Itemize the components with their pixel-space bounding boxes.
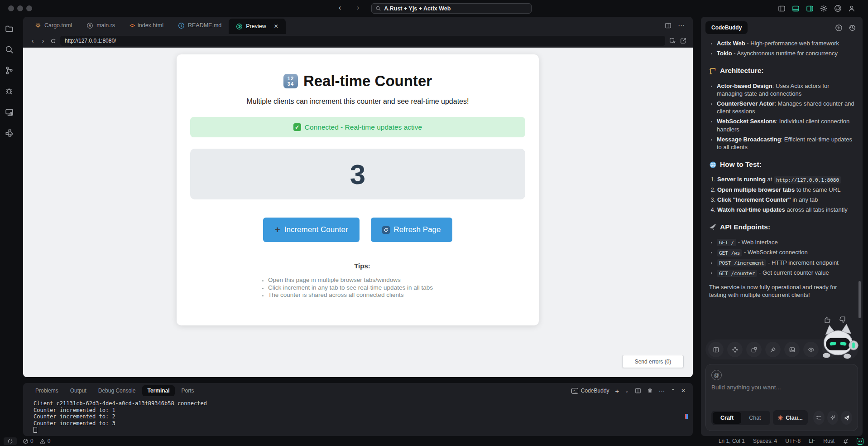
- mode-chat-button[interactable]: Chat: [741, 412, 768, 424]
- reload-icon[interactable]: [50, 38, 56, 44]
- task-list-icon[interactable]: [813, 411, 825, 425]
- eol-indicator[interactable]: LF: [809, 438, 815, 444]
- explorer-icon[interactable]: [5, 24, 14, 33]
- svg-text:i: i: [181, 23, 182, 28]
- command-center-search[interactable]: [371, 3, 532, 14]
- search-sidebar-icon[interactable]: [5, 45, 14, 54]
- mode-craft-button[interactable]: Craft: [713, 412, 741, 424]
- title-bar: ‹ ›: [0, 0, 868, 17]
- url-field[interactable]: http://127.0.0.1:8080/: [60, 36, 665, 46]
- new-chat-icon[interactable]: [835, 24, 843, 32]
- window-close-button[interactable]: [8, 5, 14, 11]
- chat-session-tab[interactable]: CodeBuddy: [705, 21, 748, 34]
- tab-main-rs[interactable]: R main.rs: [79, 17, 122, 34]
- close-panel-icon[interactable]: ✕: [681, 388, 686, 394]
- chat-input[interactable]: [711, 384, 852, 402]
- send-icon[interactable]: [841, 411, 852, 425]
- codebuddy-status-icon[interactable]: [857, 438, 863, 445]
- search-input[interactable]: [384, 5, 528, 12]
- tab-output[interactable]: Output: [65, 385, 91, 396]
- blocks-icon[interactable]: [746, 342, 762, 357]
- refresh-page-button[interactable]: Refresh Page: [371, 218, 452, 242]
- history-forward-button[interactable]: ›: [357, 4, 359, 12]
- plug-icon[interactable]: [765, 342, 781, 357]
- search-icon: [375, 5, 381, 11]
- source-control-icon[interactable]: [5, 66, 14, 75]
- eye-icon[interactable]: [803, 342, 819, 357]
- send-errors-button[interactable]: Send errors (0): [622, 355, 684, 368]
- run-debug-icon[interactable]: [5, 87, 14, 96]
- extensions-icon[interactable]: [5, 128, 14, 137]
- editor-more-actions-icon[interactable]: ⋯: [678, 21, 685, 29]
- remote-explorer-icon[interactable]: [5, 107, 14, 116]
- layout-panel-icon[interactable]: [792, 5, 800, 12]
- list-item: Server is running at http://127.0.0.1:80…: [717, 175, 855, 184]
- open-external-icon[interactable]: [680, 38, 686, 44]
- line-col-indicator[interactable]: Ln 1, Col 1: [719, 438, 745, 444]
- maximize-panel-icon[interactable]: ⌃: [671, 388, 675, 394]
- tab-problems[interactable]: Problems: [30, 385, 63, 396]
- how-to-test-heading: How to Test:: [709, 160, 855, 169]
- tab-close-icon[interactable]: ✕: [274, 23, 278, 29]
- tab-ports[interactable]: Ports: [177, 385, 199, 396]
- preview-back-icon[interactable]: ‹: [29, 37, 36, 44]
- dots-icon[interactable]: [727, 342, 743, 357]
- tab-label: README.md: [188, 22, 221, 29]
- list-item: CounterServer Actor: Manages shared coun…: [717, 100, 855, 115]
- history-icon[interactable]: [849, 24, 856, 32]
- tab-label: index.html: [138, 22, 163, 29]
- image-icon[interactable]: [784, 342, 800, 357]
- api-endpoints-heading: API Endpoints:: [709, 223, 855, 232]
- terminal-line: Counter incremented to: 1: [34, 407, 693, 414]
- layout-sidebar-right-icon[interactable]: [806, 5, 814, 12]
- globe-emoji-icon: [709, 161, 717, 169]
- terminal-output[interactable]: Client c21131cb-62d3-4de4-a0cd-a13f89346…: [23, 397, 693, 433]
- tab-debug-console[interactable]: Debug Console: [93, 385, 141, 396]
- terminal-instance[interactable]: >_ CodeBuddy: [571, 388, 609, 394]
- account-icon[interactable]: [848, 5, 855, 12]
- preview-url-bar: ‹ › http://127.0.0.1:8080/: [23, 34, 693, 48]
- encoding-indicator[interactable]: UTF-8: [785, 438, 801, 444]
- language-indicator[interactable]: Rust: [823, 438, 834, 444]
- activity-bar: [0, 17, 18, 436]
- history-back-button[interactable]: ‹: [339, 4, 341, 12]
- split-terminal-icon[interactable]: [635, 388, 641, 394]
- remote-indicator[interactable]: [4, 437, 17, 445]
- tab-readme-md[interactable]: i README.md: [171, 17, 229, 34]
- kill-terminal-icon[interactable]: [647, 388, 653, 394]
- tab-index-html[interactable]: <> index.html: [122, 17, 171, 34]
- terminal-dropdown-icon[interactable]: ⌄: [625, 388, 628, 393]
- tab-terminal[interactable]: Terminal: [142, 385, 174, 396]
- split-editor-icon[interactable]: [665, 22, 671, 29]
- warnings-indicator[interactable]: 0: [39, 438, 51, 444]
- layout-sidebar-left-icon[interactable]: [778, 5, 786, 12]
- new-terminal-icon[interactable]: +: [615, 387, 619, 395]
- page-title: 1234 Real-time Counter: [190, 73, 525, 90]
- board-icon[interactable]: [708, 342, 724, 357]
- mention-icon[interactable]: @: [711, 370, 722, 380]
- terminal-line: Counter incremented to: 2: [34, 413, 693, 420]
- browser-logo-icon[interactable]: [834, 5, 842, 12]
- tab-preview[interactable]: Preview ✕: [229, 19, 286, 34]
- test-steps-list: Server is running at http://127.0.0.1:80…: [709, 175, 855, 213]
- enhance-prompt-icon[interactable]: [827, 411, 839, 425]
- indent-indicator[interactable]: Spaces: 4: [753, 438, 777, 444]
- panel-more-actions-icon[interactable]: ⋯: [659, 387, 665, 394]
- element-select-icon[interactable]: [669, 38, 676, 44]
- list-item: Click "Increment Counter" in any tab: [717, 196, 855, 204]
- architecture-heading: Architecture:: [709, 66, 855, 75]
- errors-indicator[interactable]: 0: [23, 438, 34, 444]
- bulb-emoji-icon: [345, 262, 351, 270]
- increment-counter-button[interactable]: + Increment Counter: [263, 218, 359, 242]
- list-item: WebSocket Sessions: Individual client co…: [717, 117, 855, 133]
- settings-gear-icon[interactable]: [820, 5, 828, 12]
- intro-list: Actix Web - High-performance web framewo…: [709, 39, 855, 57]
- window-minimize-button[interactable]: [17, 5, 23, 11]
- window-zoom-button[interactable]: [26, 5, 32, 11]
- tab-cargo-toml[interactable]: Cargo.toml: [28, 17, 79, 34]
- list-item: Tokio - Asynchronous runtime for concurr…: [717, 49, 855, 57]
- notifications-bell-icon[interactable]: [843, 438, 849, 444]
- preview-forward-icon[interactable]: ›: [40, 37, 46, 44]
- chat-scrollbar[interactable]: [858, 281, 861, 318]
- model-selector[interactable]: ✳ Clau...: [773, 410, 808, 425]
